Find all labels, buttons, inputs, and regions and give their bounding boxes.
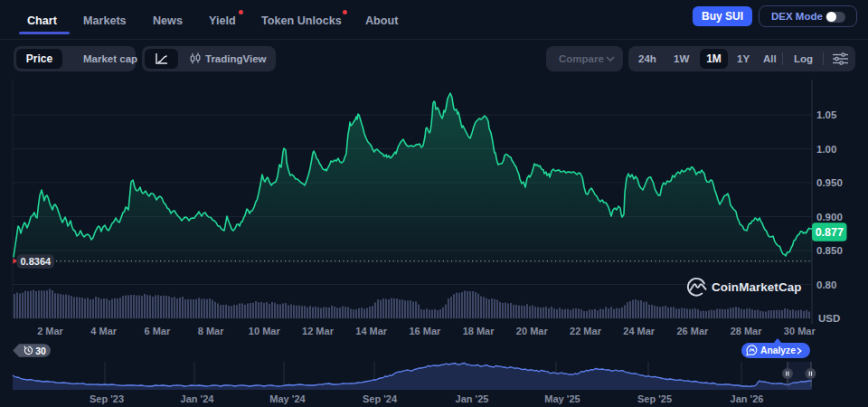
svg-text:22 Mar: 22 Mar [570,326,602,336]
svg-text:Jan '24: Jan '24 [181,393,215,404]
svg-text:10 Mar: 10 Mar [249,326,281,336]
svg-text:May '25: May '25 [544,393,580,404]
svg-text:CoinMarketCap: CoinMarketCap [712,280,802,294]
svg-text:8 Mar: 8 Mar [198,326,224,336]
svg-text:28 Mar: 28 Mar [731,326,763,336]
svg-text:18 Mar: 18 Mar [463,326,495,336]
svg-text:Jan '25: Jan '25 [456,393,489,404]
svg-text:14 Mar: 14 Mar [355,326,388,336]
svg-text:0.877: 0.877 [816,226,844,239]
svg-text:Jan '26: Jan '26 [731,393,764,404]
svg-text:0.850: 0.850 [816,245,843,256]
svg-text:20 Mar: 20 Mar [516,326,549,336]
svg-text:16 Mar: 16 Mar [409,326,441,336]
svg-text:30 Mar: 30 Mar [784,326,816,336]
svg-text:0.950: 0.950 [816,177,843,188]
svg-text:Sep '25: Sep '25 [637,393,672,404]
svg-text:USD: USD [818,313,840,324]
svg-text:Sep '23: Sep '23 [90,393,124,404]
svg-text:Sep '24: Sep '24 [363,393,398,404]
svg-text:May '24: May '24 [269,393,306,404]
svg-text:0.900: 0.900 [816,212,843,222]
svg-text:30: 30 [35,345,46,356]
svg-text:26 Mar: 26 Mar [676,326,709,336]
svg-text:1.00: 1.00 [816,144,836,155]
svg-text:6 Mar: 6 Mar [145,326,171,336]
svg-text:0.8364: 0.8364 [20,256,52,267]
svg-text:1.05: 1.05 [816,109,837,120]
svg-text:2 Mar: 2 Mar [37,326,63,336]
svg-text:12 Mar: 12 Mar [302,326,335,336]
svg-text:4 Mar: 4 Mar [90,326,117,336]
svg-text:0.80: 0.80 [816,279,836,290]
svg-text:24 Mar: 24 Mar [623,326,656,336]
